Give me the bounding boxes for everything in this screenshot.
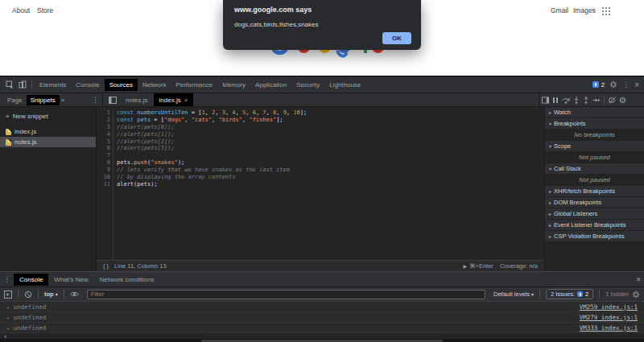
step-out-icon[interactable] xyxy=(583,97,589,104)
new-snippet-button[interactable]: + New snippet xyxy=(0,110,96,122)
console-message-text: undefined xyxy=(14,303,47,311)
drawer-tab-bar: ⋮ ConsoleWhat's NewNetwork conditions × xyxy=(0,272,644,287)
editor-tab-strip: notes.jsindex.js× xyxy=(120,93,193,106)
main-tab-console[interactable]: Console xyxy=(71,79,104,91)
section-header-call-stack[interactable]: ▾Call Stack xyxy=(545,163,644,175)
disclosure-triangle-icon: ▾ xyxy=(549,143,551,149)
return-value-icon: ◂ xyxy=(6,325,10,331)
debugger-toolbar xyxy=(539,93,644,106)
code-token: ); xyxy=(178,159,184,166)
drawer-tab-what-s-new[interactable]: What's New xyxy=(48,274,93,286)
section-label: Call Stack xyxy=(554,165,581,172)
drawer-menu-icon[interactable]: ⋮ xyxy=(3,275,10,283)
horizontal-scrollbar[interactable] xyxy=(0,339,644,342)
screen: About Store Gmail Images www.google.com … xyxy=(0,0,644,342)
tab-close-icon[interactable]: × xyxy=(184,97,188,104)
images-link[interactable]: Images xyxy=(573,6,596,14)
inspect-element-icon[interactable] xyxy=(3,80,16,89)
console-message-source-link[interactable]: VM259 index.js:1 xyxy=(580,303,638,311)
editor-tab-index-js[interactable]: index.js× xyxy=(154,93,194,106)
section-header-breakpoints[interactable]: ▾Breakpoints xyxy=(545,118,644,130)
hide-navigator-icon[interactable] xyxy=(105,93,120,106)
section-placeholder-text: Not paused xyxy=(545,175,644,186)
console-message-source-link[interactable]: VM333 index.js:1 xyxy=(580,324,638,332)
console-message-text: undefined xyxy=(14,314,47,321)
ok-button[interactable]: OK xyxy=(382,32,411,44)
main-tab-network[interactable]: Network xyxy=(138,79,171,91)
disclosure-triangle-icon: ▸ xyxy=(549,233,551,239)
step-over-icon[interactable] xyxy=(562,97,570,104)
code-token: "cats" xyxy=(192,117,212,123)
navigator-tab-page[interactable]: Page xyxy=(3,95,27,105)
pause-script-icon[interactable] xyxy=(552,97,559,104)
device-toolbar-icon[interactable] xyxy=(16,80,29,89)
pretty-print-icon[interactable]: { } xyxy=(103,262,109,270)
deactivate-breakpoints-icon[interactable] xyxy=(609,97,616,104)
main-tab-sources[interactable]: Sources xyxy=(105,79,138,91)
main-tab-lighthouse[interactable]: Lighthouse xyxy=(324,79,365,91)
file-item-notes-js[interactable]: notes.js xyxy=(0,137,96,147)
code-token: ]; xyxy=(300,109,307,116)
chevron-down-icon: ▾ xyxy=(56,291,58,297)
more-tabs-icon[interactable]: » xyxy=(61,97,64,104)
step-icon[interactable] xyxy=(592,97,600,104)
section-header-scope[interactable]: ▾Scope xyxy=(545,141,644,152)
main-tab-security[interactable]: Security xyxy=(291,79,324,91)
editor-gutter: 1234567891011 xyxy=(97,109,114,260)
code-token: "snakes" xyxy=(151,159,178,166)
chevron-down-icon: ▾ xyxy=(531,291,534,297)
section-header-watch[interactable]: ▸Watch xyxy=(545,107,644,118)
issues-badge[interactable]: 2 xyxy=(592,81,605,89)
console-message-source-link[interactable]: VM279 index.js:1 xyxy=(580,314,638,321)
section-header-event-listener-breakpoints[interactable]: ▸Event Listener Breakpoints xyxy=(545,220,644,231)
console-message-row: ◂undefinedVM279 index.js:1 xyxy=(0,312,644,323)
drawer-close-icon[interactable]: × xyxy=(636,275,641,284)
main-tab-memory[interactable]: Memory xyxy=(217,79,250,91)
section-header-dom-breakpoints[interactable]: ▸DOM Breakpoints xyxy=(545,197,644,208)
step-into-icon[interactable] xyxy=(573,97,580,104)
devtools-close-icon[interactable]: × xyxy=(634,80,639,89)
main-tab-performance[interactable]: Performance xyxy=(171,79,217,91)
console-filter-input[interactable] xyxy=(87,290,485,299)
code-line: pets.push("snakes"); xyxy=(117,159,544,167)
navigator-tab-snippets[interactable]: Snippets xyxy=(27,95,60,105)
editor-tab-notes-js[interactable]: notes.js xyxy=(120,93,154,106)
drawer-tab-console[interactable]: Console xyxy=(14,274,48,286)
code-token: //alert(pets[2]); xyxy=(117,138,175,145)
code-token: const xyxy=(117,117,134,123)
file-item-index-js[interactable]: index.js xyxy=(0,126,96,137)
gmail-link[interactable]: Gmail xyxy=(551,6,568,14)
drawer-tab-strip: ConsoleWhat's NewNetwork conditions xyxy=(14,274,159,286)
live-expression-eye-icon[interactable] xyxy=(70,290,79,298)
main-tab-elements[interactable]: Elements xyxy=(35,79,71,91)
section-header-xhr-fetch-breakpoints[interactable]: ▸XHR/fetch Breakpoints xyxy=(545,186,644,197)
js-context-selector[interactable]: top ▾ xyxy=(44,290,58,298)
issues-counter-button[interactable]: 2 Issues: 2 xyxy=(546,289,593,299)
navigator-menu-icon[interactable]: ⋮ xyxy=(92,96,99,104)
run-snippet-icon[interactable]: ▶ xyxy=(463,263,467,269)
log-levels-dropdown[interactable]: Default levels ▾ xyxy=(493,290,534,298)
google-apps-icon[interactable] xyxy=(602,7,611,16)
clear-console-icon[interactable] xyxy=(24,290,32,299)
hide-debugger-sidebar-icon[interactable] xyxy=(542,97,549,104)
console-settings-gear-icon[interactable] xyxy=(632,290,640,299)
code-token: , xyxy=(205,109,212,116)
console-sidebar-icon[interactable] xyxy=(4,290,12,299)
about-link[interactable]: About xyxy=(12,6,30,14)
drawer-tab-network-conditions[interactable]: Network conditions xyxy=(94,274,160,286)
settings-gear-icon[interactable] xyxy=(609,80,617,89)
section-label: Global Listeners xyxy=(554,210,597,217)
section-label: Scope xyxy=(554,142,571,150)
code-area[interactable]: 1234567891011 const numbersUntilTen = [1… xyxy=(97,107,544,260)
main-tab-application[interactable]: Application xyxy=(250,79,291,91)
pause-on-exceptions-icon[interactable] xyxy=(619,97,626,104)
browser-page: About Store Gmail Images www.google.com … xyxy=(0,0,644,76)
devtools-menu-icon[interactable]: ⋮ xyxy=(622,80,630,89)
code-token: , xyxy=(276,109,283,116)
code-token: pets. xyxy=(117,159,134,166)
disclosure-triangle-icon: ▸ xyxy=(549,188,551,194)
store-link[interactable]: Store xyxy=(37,6,53,14)
section-header-csp-violation-breakpoints[interactable]: ▸CSP Violation Breakpoints xyxy=(545,231,644,242)
section-header-global-listeners[interactable]: ▸Global Listeners xyxy=(545,208,644,220)
code-token: "dogs" xyxy=(164,117,184,123)
